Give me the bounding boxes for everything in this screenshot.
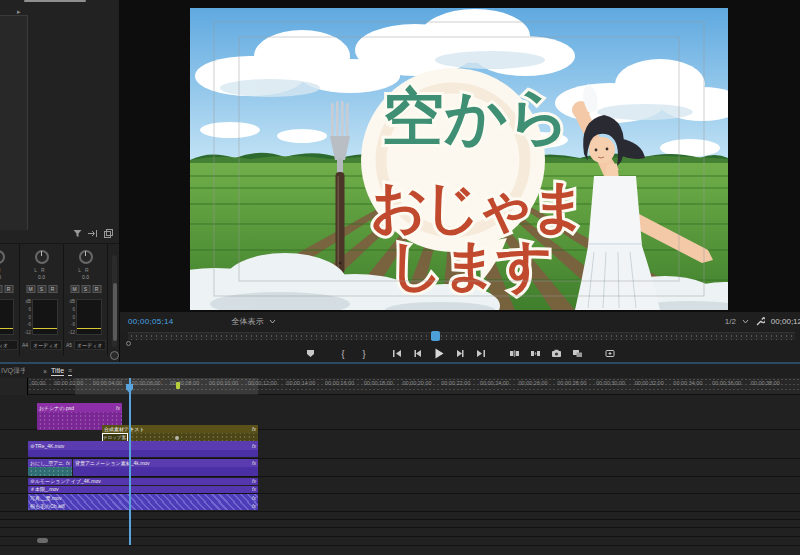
track-name-field[interactable]: オーディオ [74,340,106,350]
end-timecode: 00;00;12 [771,317,800,326]
pan-knob[interactable] [0,250,5,264]
ruler-tick-label: 00;00;34;00 [673,380,702,386]
current-timecode[interactable]: 00;00;05;14 [128,317,174,326]
clip-marker[interactable] [175,436,179,440]
step-back-button[interactable] [410,347,427,361]
add-marker-button[interactable] [302,347,319,361]
track-id: A4 [22,342,28,348]
fx-badge[interactable]: fx [116,405,120,411]
clip-name: ＠TRe_4K.mov [30,443,250,449]
record-arm-button[interactable]: R [4,285,13,293]
export-frame-button[interactable] [548,347,565,361]
zoom-level-select[interactable]: 全体表示 [232,316,276,327]
mixer-channel-strips: LR 0.0 MSR dB60-6-12 オーディオ LR 0.0 MSR dB… [0,243,120,362]
scrub-track[interactable] [128,332,795,340]
db-scale-value: -12 [23,330,31,335]
fx-badge[interactable]: fx [252,486,256,492]
chevron-down-icon[interactable] [742,319,749,324]
step-forward-button[interactable] [452,347,469,361]
wrench-icon[interactable] [755,316,765,326]
clip-a2-audio[interactable]: ＃本限_.movfx [28,486,258,494]
mixer-scrollbar-horizontal[interactable] [24,0,86,2]
mixer-scrollbar-vertical[interactable] [112,255,117,347]
fx-badge[interactable]: fx [252,495,256,501]
timeline-playhead-line[interactable] [129,378,131,545]
solo-button[interactable]: S [0,285,2,293]
mark-in-button[interactable]: { [335,347,352,361]
clip-v2-video[interactable]: ＠TRe_4K.movfx [28,441,258,457]
tab-sequence-background[interactable]: IVQ弾手01 [1,366,25,376]
clip-a1-audio[interactable]: ＠ルモーションテイプ_4K.movfx [28,478,258,486]
fx-badge[interactable]: fx [252,478,256,484]
gear-icon[interactable] [110,351,119,360]
timeline-scrollbar-horizontal[interactable] [37,538,48,543]
fx-badge[interactable]: fx [252,503,256,509]
close-icon[interactable]: × [43,368,47,375]
timeline-panel: IVQ弾手01 × Title ≡ (0) ;00;0000;00;02;000… [0,364,800,555]
zoom-level-value: 全体表示 [232,316,264,327]
title-line-3: します [388,234,551,296]
clip-v1-right[interactable]: 背景アニメーション素材_4k.movfx [73,459,258,476]
insert-icon[interactable] [88,229,98,238]
mute-button[interactable]: M [26,285,35,293]
ruler-tick-label: 00;00;20;00 [402,380,431,386]
clip-name: ＃本限_.mov [30,486,250,492]
go-to-out-button[interactable] [473,347,490,361]
tab-sequence-active[interactable]: Title [51,367,64,376]
clip-name: テロップ素.. [103,434,127,440]
fader-meter[interactable] [0,299,14,335]
record-arm-button[interactable]: R [92,285,101,293]
clip-name: 背景アニメーション素材_4k.mov [75,460,250,466]
ruler-tick-label: 00;00;04;00 [93,380,122,386]
video-frame: 空から おじゃま します [190,8,728,310]
scrub-playhead-handle[interactable] [431,331,440,341]
mixer-header-icons [73,229,113,238]
pan-value[interactable]: 0.0 [0,274,19,280]
pan-knob[interactable] [35,250,49,264]
solo-button[interactable]: S [81,285,90,293]
record-arm-button[interactable]: R [48,285,57,293]
lift-button[interactable] [506,347,523,361]
fx-badge[interactable]: fx [252,460,256,466]
overlay-icon[interactable] [104,229,113,238]
panel-menu-icon[interactable]: ≡ [68,367,72,376]
play-button[interactable] [431,347,448,361]
ruler-tick-label: 00;00;28;00 [557,380,586,386]
timeline-ruler[interactable]: ;00;0000;00;02;0000;00;04;0000;00;06;000… [28,378,800,395]
db-scale-value: dB [23,299,31,304]
clip-name: 写真__景.mov [30,495,250,501]
pan-knob[interactable] [79,250,93,264]
expand-arrow-icon[interactable]: ▸ [17,8,21,16]
fx-badge[interactable]: fx [66,460,70,466]
video-display-area: 空から おじゃま します [120,0,800,312]
sequence-marker[interactable] [176,382,180,389]
track-name-field[interactable]: オーディオ [0,340,18,350]
extract-button[interactable] [527,347,544,361]
go-to-in-button[interactable] [389,347,406,361]
filter-icon[interactable] [73,229,82,238]
pan-value[interactable]: 0.0 [64,274,107,280]
pan-value[interactable]: 0.0 [20,274,63,280]
track-id: A5 [66,342,72,348]
mute-button[interactable]: M [70,285,79,293]
ruler-tick-label: 00;00;32;00 [635,380,664,386]
mark-out-button[interactable]: } [356,347,373,361]
clip-v1-left[interactable]: おにし_空アニ..fx [28,459,72,476]
button-editor-button[interactable] [602,347,619,361]
ruler-tick-label: 00;00;06;00 [132,380,161,386]
title-line-1: 空から [382,82,571,151]
fx-badge[interactable]: fx [252,426,256,432]
track-name-field[interactable]: オーディオ [30,340,62,350]
title-line-2: おじゃま [370,174,583,238]
clip-name: おチシナの.psd [39,405,114,411]
fader-meter[interactable] [32,299,58,335]
clip-a4-audio[interactable]: 根も毛のCh.aifffx [28,502,258,510]
transport-controls: { } [120,345,800,362]
fader-meter[interactable] [76,299,102,335]
clip-a3-audio[interactable]: 写真__景.movfx [28,494,258,502]
playback-resolution-select[interactable]: 1/2 [725,317,736,326]
comparison-view-button[interactable] [569,347,586,361]
fx-badge[interactable]: fx [252,443,256,449]
solo-button[interactable]: S [37,285,46,293]
ruler-tick-label: 00;00;16;00 [325,380,354,386]
